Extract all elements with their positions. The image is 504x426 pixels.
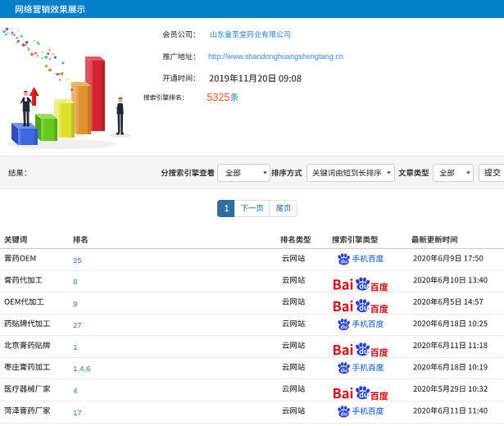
svg-text:8: 8 bbox=[73, 277, 77, 286]
svg-text:17: 17 bbox=[73, 408, 82, 417]
svg-text:9: 9 bbox=[73, 299, 77, 308]
svg-text:25: 25 bbox=[73, 256, 82, 265]
svg-text:1: 1 bbox=[225, 203, 229, 213]
svg-text:4: 4 bbox=[73, 386, 78, 395]
svg-text:1: 1 bbox=[73, 342, 77, 351]
svg-text:http://www.shandonghuangshengt: http://www.shandonghuangshengtang.cn bbox=[208, 52, 343, 61]
svg-text:27: 27 bbox=[73, 320, 82, 329]
svg-text:1,4,6: 1,4,6 bbox=[73, 364, 90, 373]
svg-text:5325: 5325 bbox=[207, 92, 230, 103]
